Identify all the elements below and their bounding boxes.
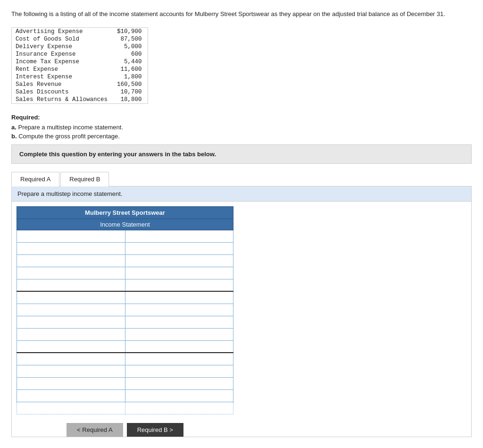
- amount-input-10[interactable]: [125, 341, 233, 353]
- table-row-dotted[interactable]: [17, 402, 233, 414]
- account-amount: 5,440: [113, 58, 148, 66]
- table-row[interactable]: [17, 328, 233, 340]
- account-name: Sales Returns & Allowances: [12, 96, 113, 103]
- amount-input-2[interactable]: [125, 243, 233, 254]
- required-title: Required:: [11, 114, 472, 121]
- account-name: Income Tax Expense: [12, 58, 113, 66]
- bottom-nav: < Required A Required B >: [17, 423, 233, 437]
- label-input-4[interactable]: [17, 267, 125, 279]
- account-row: Insurance Expense600: [12, 51, 148, 58]
- account-row: Rent Expense11,600: [12, 66, 148, 73]
- tab-instruction-text: Prepare a multistep income statement.: [17, 190, 123, 197]
- amount-input-9[interactable]: [125, 329, 233, 340]
- table-row[interactable]: [17, 340, 233, 353]
- label-input-9[interactable]: [17, 329, 125, 340]
- account-amount: 10,700: [113, 88, 148, 96]
- table-row[interactable]: [17, 365, 233, 377]
- table-row[interactable]: [17, 291, 233, 304]
- tab-a-label: Required A: [20, 176, 50, 183]
- table-row[interactable]: [17, 353, 233, 365]
- table-row[interactable]: [17, 377, 233, 389]
- account-name: Rent Expense: [12, 66, 113, 73]
- account-name: Cost of Goods Sold: [12, 35, 113, 43]
- label-input-10[interactable]: [17, 341, 125, 353]
- required-item: b. Compute the gross profit percentage.: [11, 133, 472, 140]
- is-title: Mulberry Street Sportswear: [17, 206, 233, 219]
- account-amount: 5,000: [113, 43, 148, 51]
- account-row: Sales Discounts10,700: [12, 88, 148, 96]
- amount-input-15[interactable]: [125, 402, 233, 414]
- account-name: Sales Revenue: [12, 81, 113, 88]
- label-input-1[interactable]: [17, 230, 125, 242]
- account-name: Delivery Expense: [12, 43, 113, 51]
- tab-instruction: Prepare a multistep income statement.: [12, 186, 471, 202]
- required-item: a. Prepare a multistep income statement.: [11, 124, 472, 131]
- amount-input-7[interactable]: [125, 304, 233, 316]
- account-amount: 18,800: [113, 96, 148, 103]
- is-subtitle-row: Income Statement: [17, 219, 233, 230]
- tab-content: Prepare a multistep income statement. Mu…: [11, 186, 472, 437]
- is-title-row: Mulberry Street Sportswear: [17, 206, 233, 219]
- income-statement-table: Mulberry Street Sportswear Income Statem…: [17, 206, 233, 414]
- amount-input-6[interactable]: [125, 292, 233, 304]
- intro-text: The following is a listing of all of the…: [11, 9, 472, 19]
- account-row: Interest Expense1,800: [12, 73, 148, 81]
- account-table: Advertising Expense$10,900Cost of Goods …: [12, 28, 148, 103]
- amount-input-13[interactable]: [125, 378, 233, 389]
- account-row: Sales Revenue160,500: [12, 81, 148, 88]
- table-row[interactable]: [17, 230, 233, 242]
- tab-required-b[interactable]: Required B: [60, 172, 109, 186]
- account-amount: 160,500: [113, 81, 148, 88]
- account-row: Advertising Expense$10,900: [12, 28, 148, 35]
- tabs-row: Required A Required B: [11, 171, 472, 186]
- account-row: Cost of Goods Sold87,500: [12, 35, 148, 43]
- label-input-5[interactable]: [17, 279, 125, 291]
- label-input-13[interactable]: [17, 378, 125, 389]
- income-statement-wrapper: Mulberry Street Sportswear Income Statem…: [12, 202, 471, 419]
- is-subtitle: Income Statement: [17, 219, 233, 230]
- label-input-3[interactable]: [17, 255, 125, 267]
- account-name: Insurance Expense: [12, 51, 113, 58]
- table-row[interactable]: [17, 279, 233, 291]
- prev-button[interactable]: < Required A: [67, 423, 123, 437]
- account-amount: 600: [113, 51, 148, 58]
- label-input-2[interactable]: [17, 243, 125, 254]
- table-row[interactable]: [17, 242, 233, 254]
- tab-b-label: Required B: [69, 176, 100, 183]
- table-row[interactable]: [17, 389, 233, 402]
- table-row[interactable]: [17, 254, 233, 267]
- amount-input-1[interactable]: [125, 230, 233, 242]
- amount-input-4[interactable]: [125, 267, 233, 279]
- account-row: Delivery Expense5,000: [12, 43, 148, 51]
- label-input-11[interactable]: [17, 353, 125, 365]
- label-input-12[interactable]: [17, 365, 125, 377]
- amount-input-5[interactable]: [125, 279, 233, 291]
- label-input-15[interactable]: [17, 402, 125, 414]
- amount-input-3[interactable]: [125, 255, 233, 267]
- table-row[interactable]: [17, 316, 233, 328]
- account-name: Sales Discounts: [12, 88, 113, 96]
- label-input-7[interactable]: [17, 304, 125, 316]
- required-section: Required: a. Prepare a multistep income …: [11, 114, 472, 140]
- account-name: Advertising Expense: [12, 28, 113, 35]
- label-input-14[interactable]: [17, 390, 125, 402]
- complete-box: Complete this question by entering your …: [11, 144, 472, 164]
- table-row[interactable]: [17, 304, 233, 316]
- amount-input-12[interactable]: [125, 365, 233, 377]
- tab-required-a[interactable]: Required A: [11, 172, 59, 186]
- label-input-8[interactable]: [17, 316, 125, 328]
- complete-box-text: Complete this question by entering your …: [19, 151, 216, 158]
- table-row[interactable]: [17, 267, 233, 279]
- account-amount: 11,600: [113, 66, 148, 73]
- amount-input-11[interactable]: [125, 353, 233, 365]
- account-amount: 1,800: [113, 73, 148, 81]
- next-button[interactable]: Required B >: [127, 423, 183, 437]
- account-row: Income Tax Expense5,440: [12, 58, 148, 66]
- amount-input-14[interactable]: [125, 390, 233, 402]
- amount-input-8[interactable]: [125, 316, 233, 328]
- account-table-wrapper: Advertising Expense$10,900Cost of Goods …: [11, 27, 148, 104]
- label-input-6[interactable]: [17, 292, 125, 304]
- account-row: Sales Returns & Allowances18,800: [12, 96, 148, 103]
- account-amount: $10,900: [113, 28, 148, 35]
- account-amount: 87,500: [113, 35, 148, 43]
